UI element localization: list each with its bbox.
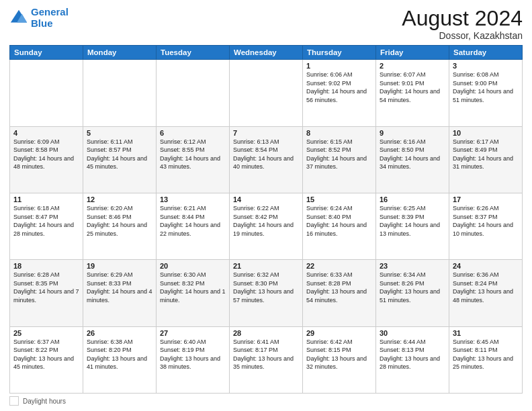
footer: Daylight hours	[9, 396, 523, 406]
calendar-cell: 17Sunrise: 6:26 AM Sunset: 8:37 PM Dayli…	[449, 193, 523, 259]
day-number: 17	[453, 195, 519, 203]
day-info: Sunrise: 6:37 AM Sunset: 8:22 PM Dayligh…	[13, 338, 79, 371]
calendar-cell: 29Sunrise: 6:42 AM Sunset: 8:15 PM Dayli…	[303, 326, 376, 393]
calendar-cell: 22Sunrise: 6:33 AM Sunset: 8:28 PM Dayli…	[303, 260, 376, 326]
calendar-cell: 7Sunrise: 6:13 AM Sunset: 8:54 PM Daylig…	[230, 126, 303, 193]
day-number: 15	[306, 195, 372, 203]
day-number: 31	[453, 329, 519, 337]
location: Dossor, Kazakhstan	[402, 30, 523, 41]
calendar-table: SundayMondayTuesdayWednesdayThursdayFrid…	[9, 45, 523, 394]
day-number: 22	[306, 262, 372, 270]
calendar-cell: 26Sunrise: 6:38 AM Sunset: 8:20 PM Dayli…	[83, 326, 157, 393]
day-number: 29	[306, 329, 372, 337]
day-info: Sunrise: 6:18 AM Sunset: 8:47 PM Dayligh…	[13, 204, 79, 238]
day-info: Sunrise: 6:26 AM Sunset: 8:37 PM Dayligh…	[453, 204, 519, 238]
day-number: 18	[13, 262, 79, 270]
calendar-cell: 23Sunrise: 6:34 AM Sunset: 8:26 PM Dayli…	[376, 260, 449, 326]
col-header-thursday: Thursday	[303, 46, 376, 60]
day-info: Sunrise: 6:32 AM Sunset: 8:30 PM Dayligh…	[233, 271, 299, 304]
calendar-cell: 18Sunrise: 6:28 AM Sunset: 8:35 PM Dayli…	[10, 260, 83, 326]
footer-box	[9, 396, 19, 406]
day-info: Sunrise: 6:36 AM Sunset: 8:24 PM Dayligh…	[453, 271, 519, 304]
page: General Blue August 2024 Dossor, Kazakhs…	[0, 0, 532, 411]
calendar-cell	[83, 60, 157, 126]
day-info: Sunrise: 6:06 AM Sunset: 9:02 PM Dayligh…	[306, 71, 372, 104]
col-header-friday: Friday	[376, 46, 449, 60]
day-number: 24	[453, 262, 519, 270]
logo: General Blue	[9, 7, 69, 29]
day-info: Sunrise: 6:20 AM Sunset: 8:46 PM Dayligh…	[87, 204, 152, 238]
day-info: Sunrise: 6:15 AM Sunset: 8:52 PM Dayligh…	[306, 138, 372, 171]
day-info: Sunrise: 6:12 AM Sunset: 8:55 PM Dayligh…	[160, 138, 226, 171]
day-number: 27	[160, 329, 226, 337]
day-info: Sunrise: 6:28 AM Sunset: 8:35 PM Dayligh…	[13, 271, 79, 304]
day-number: 7	[233, 129, 299, 137]
calendar-cell: 5Sunrise: 6:11 AM Sunset: 8:57 PM Daylig…	[83, 126, 157, 193]
day-number: 19	[87, 262, 152, 270]
calendar-cell: 28Sunrise: 6:41 AM Sunset: 8:17 PM Dayli…	[230, 326, 303, 393]
day-info: Sunrise: 6:42 AM Sunset: 8:15 PM Dayligh…	[306, 338, 372, 371]
calendar-cell: 25Sunrise: 6:37 AM Sunset: 8:22 PM Dayli…	[10, 326, 83, 393]
day-info: Sunrise: 6:34 AM Sunset: 8:26 PM Dayligh…	[380, 271, 445, 304]
day-info: Sunrise: 6:38 AM Sunset: 8:20 PM Dayligh…	[87, 338, 152, 371]
day-info: Sunrise: 6:16 AM Sunset: 8:50 PM Dayligh…	[380, 138, 445, 171]
calendar-cell: 27Sunrise: 6:40 AM Sunset: 8:19 PM Dayli…	[157, 326, 230, 393]
day-info: Sunrise: 6:41 AM Sunset: 8:17 PM Dayligh…	[233, 338, 299, 371]
day-info: Sunrise: 6:11 AM Sunset: 8:57 PM Dayligh…	[87, 138, 152, 171]
month-year: August 2024	[402, 7, 523, 30]
day-number: 3	[453, 62, 519, 70]
day-number: 21	[233, 262, 299, 270]
day-number: 6	[160, 129, 226, 137]
day-info: Sunrise: 6:40 AM Sunset: 8:19 PM Dayligh…	[160, 338, 226, 371]
footer-label: Daylight hours	[23, 398, 66, 405]
day-info: Sunrise: 6:07 AM Sunset: 9:01 PM Dayligh…	[380, 71, 445, 104]
calendar-cell	[10, 60, 83, 126]
header-row: SundayMondayTuesdayWednesdayThursdayFrid…	[10, 46, 523, 60]
calendar-cell: 4Sunrise: 6:09 AM Sunset: 8:58 PM Daylig…	[10, 126, 83, 193]
calendar-cell: 20Sunrise: 6:30 AM Sunset: 8:32 PM Dayli…	[157, 260, 230, 326]
col-header-saturday: Saturday	[449, 46, 523, 60]
day-number: 16	[380, 195, 445, 203]
col-header-monday: Monday	[83, 46, 157, 60]
week-row-3: 11Sunrise: 6:18 AM Sunset: 8:47 PM Dayli…	[10, 193, 523, 259]
week-row-2: 4Sunrise: 6:09 AM Sunset: 8:58 PM Daylig…	[10, 126, 523, 193]
day-info: Sunrise: 6:09 AM Sunset: 8:58 PM Dayligh…	[13, 138, 79, 171]
logo-text: General Blue	[31, 7, 69, 29]
col-header-sunday: Sunday	[10, 46, 83, 60]
day-number: 1	[306, 62, 372, 70]
day-number: 9	[380, 129, 445, 137]
day-info: Sunrise: 6:08 AM Sunset: 9:00 PM Dayligh…	[453, 71, 519, 104]
day-info: Sunrise: 6:17 AM Sunset: 8:49 PM Dayligh…	[453, 138, 519, 171]
calendar-cell: 24Sunrise: 6:36 AM Sunset: 8:24 PM Dayli…	[449, 260, 523, 326]
week-row-1: 1Sunrise: 6:06 AM Sunset: 9:02 PM Daylig…	[10, 60, 523, 126]
week-row-4: 18Sunrise: 6:28 AM Sunset: 8:35 PM Dayli…	[10, 260, 523, 326]
calendar-cell: 11Sunrise: 6:18 AM Sunset: 8:47 PM Dayli…	[10, 193, 83, 259]
day-info: Sunrise: 6:45 AM Sunset: 8:11 PM Dayligh…	[453, 338, 519, 371]
day-info: Sunrise: 6:13 AM Sunset: 8:54 PM Dayligh…	[233, 138, 299, 171]
day-info: Sunrise: 6:44 AM Sunset: 8:13 PM Dayligh…	[380, 338, 445, 371]
day-info: Sunrise: 6:29 AM Sunset: 8:33 PM Dayligh…	[87, 271, 152, 304]
day-number: 28	[233, 329, 299, 337]
day-info: Sunrise: 6:24 AM Sunset: 8:40 PM Dayligh…	[306, 204, 372, 238]
day-info: Sunrise: 6:30 AM Sunset: 8:32 PM Dayligh…	[160, 271, 226, 304]
col-header-tuesday: Tuesday	[157, 46, 230, 60]
day-info: Sunrise: 6:25 AM Sunset: 8:39 PM Dayligh…	[380, 204, 445, 238]
day-info: Sunrise: 6:21 AM Sunset: 8:44 PM Dayligh…	[160, 204, 226, 238]
calendar-cell: 15Sunrise: 6:24 AM Sunset: 8:40 PM Dayli…	[303, 193, 376, 259]
col-header-wednesday: Wednesday	[230, 46, 303, 60]
calendar-cell: 31Sunrise: 6:45 AM Sunset: 8:11 PM Dayli…	[449, 326, 523, 393]
day-number: 25	[13, 329, 79, 337]
calendar-cell: 3Sunrise: 6:08 AM Sunset: 9:00 PM Daylig…	[449, 60, 523, 126]
day-number: 8	[306, 129, 372, 137]
week-row-5: 25Sunrise: 6:37 AM Sunset: 8:22 PM Dayli…	[10, 326, 523, 393]
day-number: 13	[160, 195, 226, 203]
day-number: 12	[87, 195, 152, 203]
logo-line2: Blue	[31, 18, 69, 30]
day-number: 23	[380, 262, 445, 270]
calendar-cell: 9Sunrise: 6:16 AM Sunset: 8:50 PM Daylig…	[376, 126, 449, 193]
calendar-cell: 21Sunrise: 6:32 AM Sunset: 8:30 PM Dayli…	[230, 260, 303, 326]
day-info: Sunrise: 6:22 AM Sunset: 8:42 PM Dayligh…	[233, 204, 299, 238]
day-number: 10	[453, 129, 519, 137]
calendar-cell	[157, 60, 230, 126]
calendar-cell: 19Sunrise: 6:29 AM Sunset: 8:33 PM Dayli…	[83, 260, 157, 326]
